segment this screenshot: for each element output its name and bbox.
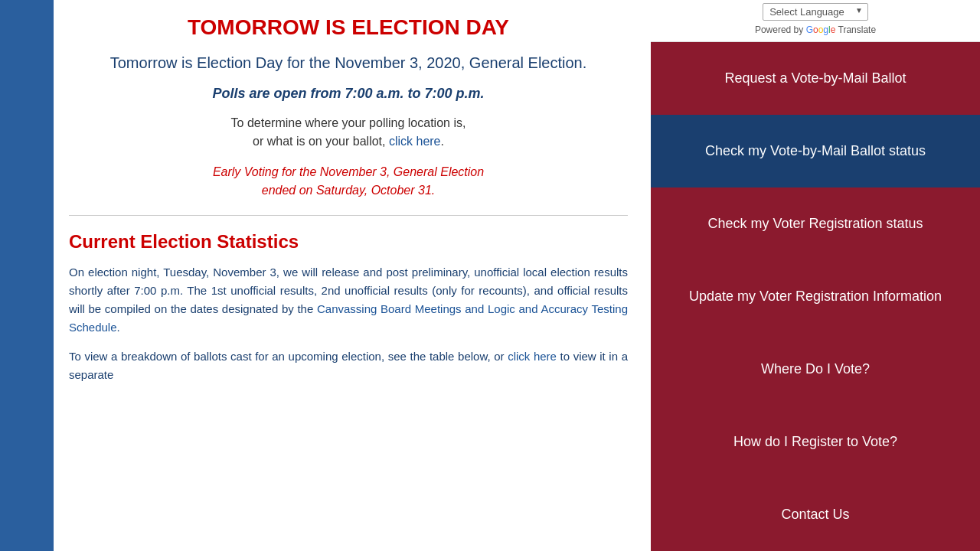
polling-location-link[interactable]: click here — [389, 135, 441, 148]
polling-location-text: To determine where your polling location… — [69, 114, 628, 151]
google-translate-bar: Select Language Powered by Google Transl… — [651, 0, 980, 42]
click-here-link[interactable]: click here — [508, 350, 557, 363]
right-sidebar: Select Language Powered by Google Transl… — [651, 0, 980, 551]
left-sidebar — [0, 0, 54, 551]
main-title: TOMORROW IS ELECTION DAY — [69, 15, 628, 40]
powered-by-text: Powered by Google Translate — [755, 24, 876, 35]
stats-text-2: To view a breakdown of ballots cast for … — [69, 350, 505, 363]
stats-paragraph-1: On election night, Tuesday, November 3, … — [69, 263, 628, 337]
polling-text-1: To determine where your polling location… — [231, 116, 466, 129]
how-to-register-button[interactable]: How do I Register to Vote? — [651, 406, 980, 478]
early-voting-line2: ended on Saturday, October 31. — [262, 184, 436, 197]
select-language-label: Select Language — [769, 6, 844, 18]
stats-paragraph-2: To view a breakdown of ballots cast for … — [69, 347, 628, 384]
early-voting-line1: Early Voting for the November 3, General… — [213, 165, 484, 178]
select-language-dropdown[interactable]: Select Language — [763, 3, 868, 21]
update-voter-registration-button[interactable]: Update my Voter Registration Information — [651, 260, 980, 333]
section-divider — [69, 215, 628, 216]
where-do-i-vote-button[interactable]: Where Do I Vote? — [651, 333, 980, 406]
polling-text-2: or what is on your ballot, — [253, 135, 385, 148]
early-voting-text: Early Voting for the November 3, General… — [69, 163, 628, 200]
request-vote-mail-button[interactable]: Request a Vote-by-Mail Ballot — [651, 42, 980, 115]
check-voter-registration-button[interactable]: Check my Voter Registration status — [651, 187, 980, 260]
election-day-subtitle: Tomorrow is Election Day for the Novembe… — [69, 52, 628, 73]
main-content: TOMORROW IS ELECTION DAY Tomorrow is Ele… — [54, 0, 651, 551]
check-vote-mail-status-button[interactable]: Check my Vote-by-Mail Ballot status — [651, 115, 980, 187]
stats-section-title: Current Election Statistics — [69, 231, 628, 253]
polls-open-text: Polls are open from 7:00 a.m. to 7:00 p.… — [69, 86, 628, 102]
action-buttons-container: Request a Vote-by-Mail Ballot Check my V… — [651, 42, 980, 551]
google-brand-text: Google — [806, 24, 838, 35]
contact-us-button[interactable]: Contact Us — [651, 478, 980, 551]
